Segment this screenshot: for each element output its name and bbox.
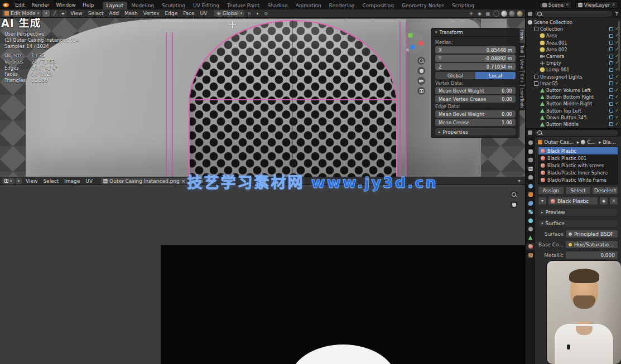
edge-data-field[interactable]: Mean Crease1.00 bbox=[435, 119, 516, 126]
unlink-material-icon[interactable]: × bbox=[609, 197, 618, 205]
properties-collapsed-panel[interactable]: ▸ Properties bbox=[435, 128, 516, 135]
image-editor-menu[interactable]: Select bbox=[40, 178, 61, 184]
solid-shading-button[interactable] bbox=[501, 11, 507, 17]
surface-shader-button[interactable]: Principled BSDF bbox=[565, 230, 618, 238]
outliner-row[interactable]: ImacG5 ✓ bbox=[526, 80, 621, 87]
transform-panel-header[interactable]: ▾ Transform bbox=[432, 28, 519, 37]
outliner-row[interactable]: Button Volume Left ✓ bbox=[526, 87, 621, 94]
menubar-menu[interactable]: Render bbox=[28, 2, 52, 8]
metallic-slider[interactable]: 0.000 bbox=[565, 251, 618, 259]
visibility-check-icon[interactable]: ✓ bbox=[615, 95, 619, 99]
workspace-tab[interactable]: Modeling bbox=[127, 2, 158, 9]
properties-tab[interactable] bbox=[526, 235, 535, 241]
filter-icon[interactable] bbox=[615, 12, 619, 16]
zoom-icon[interactable] bbox=[417, 57, 425, 65]
orientation-gizmo[interactable] bbox=[403, 32, 424, 54]
visibility-check-icon[interactable]: ✓ bbox=[615, 75, 619, 79]
outliner-row[interactable]: Empty ✓ bbox=[526, 60, 621, 66]
viewlayer-selector[interactable]: ViewLayer × bbox=[575, 1, 618, 9]
camera-view-icon[interactable] bbox=[417, 77, 425, 85]
wireframe-shading-button[interactable] bbox=[493, 11, 499, 17]
outliner-row[interactable]: Button Top Left ✓ bbox=[526, 107, 621, 114]
breadcrumb-object[interactable]: Outer Casi... bbox=[544, 139, 575, 145]
outliner-row[interactable]: Button Middle Right ✓ bbox=[526, 100, 621, 107]
slot-action-button[interactable]: Select bbox=[565, 186, 591, 195]
axis-value-field[interactable]: X0.85448 m bbox=[435, 46, 516, 54]
orientation-dropdown[interactable]: ⊕ Global ▾ bbox=[214, 10, 244, 17]
visibility-check-icon[interactable]: ✓ bbox=[615, 81, 619, 86]
outliner-row[interactable]: Area.002 ✓ bbox=[526, 46, 621, 53]
perspective-toggle-icon[interactable] bbox=[417, 87, 425, 95]
workspace-tab[interactable]: Shading bbox=[263, 2, 292, 9]
viewport-3d[interactable]: User Perspective (1) Outer Casing Instan… bbox=[0, 18, 525, 177]
image-editor-canvas[interactable] bbox=[0, 185, 525, 364]
outliner-row[interactable]: Area.001 ✓ bbox=[526, 40, 621, 46]
selectable-toggle-icon[interactable] bbox=[609, 109, 613, 113]
breadcrumb-material[interactable]: Blac... bbox=[603, 139, 618, 145]
proportional-editing-icon[interactable]: ⊙ bbox=[262, 10, 269, 17]
slot-action-button[interactable]: Deselect bbox=[592, 186, 618, 195]
selectable-toggle-icon[interactable] bbox=[609, 34, 613, 38]
selectable-toggle-icon[interactable] bbox=[609, 122, 613, 126]
material-slot-row[interactable]: Black/Plastic Inner Sphere bbox=[538, 169, 618, 176]
properties-tab[interactable] bbox=[526, 217, 535, 224]
properties-tab[interactable] bbox=[526, 252, 535, 259]
scene-unlink-icon[interactable]: × bbox=[565, 2, 569, 7]
properties-tab[interactable] bbox=[526, 139, 535, 146]
workspace-tab[interactable]: Layout bbox=[103, 2, 128, 9]
workspace-tab[interactable]: Geometry Nodes bbox=[398, 2, 448, 9]
workspace-tab[interactable]: Compositing bbox=[359, 2, 398, 9]
browse-material-icon[interactable]: ▾ bbox=[538, 197, 547, 205]
outliner-row[interactable]: Down Button.345 ✓ bbox=[526, 114, 621, 121]
outliner-row[interactable]: Collection ✓ bbox=[526, 26, 621, 32]
visibility-check-icon[interactable]: ✓ bbox=[615, 109, 619, 113]
menubar-menu[interactable]: Help bbox=[79, 2, 98, 8]
fake-user-shield-icon[interactable]: ◆ bbox=[599, 197, 608, 205]
viewport-menu[interactable]: Vertex bbox=[141, 11, 162, 16]
show-overlays-icon[interactable]: ◉ bbox=[476, 10, 483, 17]
workspace-tab[interactable]: Rendering bbox=[325, 2, 359, 9]
vertex-select-button[interactable]: • bbox=[42, 10, 50, 17]
pan-hand-icon[interactable] bbox=[417, 67, 425, 75]
menubar-menu[interactable]: Window bbox=[52, 2, 79, 8]
outliner-scrollbar[interactable] bbox=[618, 21, 620, 71]
viewport-menu[interactable]: Face bbox=[180, 11, 197, 16]
preview-panel-header[interactable]: ▸ Preview bbox=[538, 208, 618, 216]
material-slot-row[interactable]: Black Plastic.001 bbox=[538, 154, 618, 162]
properties-tab[interactable] bbox=[526, 208, 535, 215]
properties-search[interactable] bbox=[534, 129, 619, 137]
vertex-data-field[interactable]: Mean Bevel Weight0.00 bbox=[435, 87, 516, 94]
selectable-toggle-icon[interactable] bbox=[609, 41, 613, 45]
workspace-tab[interactable]: Sculpting bbox=[158, 2, 189, 9]
viewport-menu[interactable]: Mesh bbox=[122, 11, 141, 16]
blender-logo-icon[interactable] bbox=[3, 3, 9, 7]
pan-hand-icon[interactable] bbox=[510, 201, 518, 208]
outliner-row[interactable]: Scene Collection ✓ bbox=[526, 19, 621, 26]
breadcrumb-data[interactable]: Cr... bbox=[587, 139, 597, 145]
outliner-editor-icon[interactable] bbox=[528, 12, 532, 16]
properties-tab[interactable] bbox=[526, 226, 535, 232]
axis-value-field[interactable]: Y-0.04892 m bbox=[435, 55, 516, 62]
outliner-row[interactable]: Button Bottom Right ✓ bbox=[526, 94, 621, 100]
face-select-button[interactable]: ▰ bbox=[59, 10, 66, 17]
vertex-data-field[interactable]: Mean Vertex Crease0.00 bbox=[435, 95, 516, 103]
selectable-toggle-icon[interactable] bbox=[609, 102, 613, 106]
selectable-toggle-icon[interactable] bbox=[609, 88, 613, 92]
slot-action-button[interactable]: Assign bbox=[538, 186, 564, 195]
properties-tab[interactable] bbox=[526, 243, 535, 250]
base-color-button[interactable]: Hue/Saturation/Valu... bbox=[565, 240, 618, 249]
edge-data-field[interactable]: Mean Bevel Weight0.00 bbox=[435, 110, 516, 118]
visibility-check-icon[interactable]: ✓ bbox=[615, 122, 619, 127]
menubar-menu[interactable]: Edit bbox=[12, 2, 28, 8]
outliner-row[interactable]: Camera ✓ bbox=[526, 53, 621, 60]
xray-toggle-icon[interactable]: ▦ bbox=[484, 10, 492, 17]
viewport-menu[interactable]: UV bbox=[198, 11, 210, 16]
editor-type-dropdown[interactable]: ▾ bbox=[2, 178, 15, 185]
gizmo-z-axis[interactable] bbox=[410, 45, 415, 50]
workspace-tab[interactable]: Scripting bbox=[448, 2, 478, 9]
workspace-tab[interactable]: Texture Paint bbox=[223, 2, 263, 9]
outliner-search-input[interactable] bbox=[543, 11, 610, 16]
viewport-menu[interactable]: View bbox=[68, 11, 85, 16]
outliner-row[interactable]: Lamp.001 ✓ bbox=[526, 66, 621, 73]
snap-magnet-icon[interactable]: ∩ bbox=[245, 10, 253, 17]
